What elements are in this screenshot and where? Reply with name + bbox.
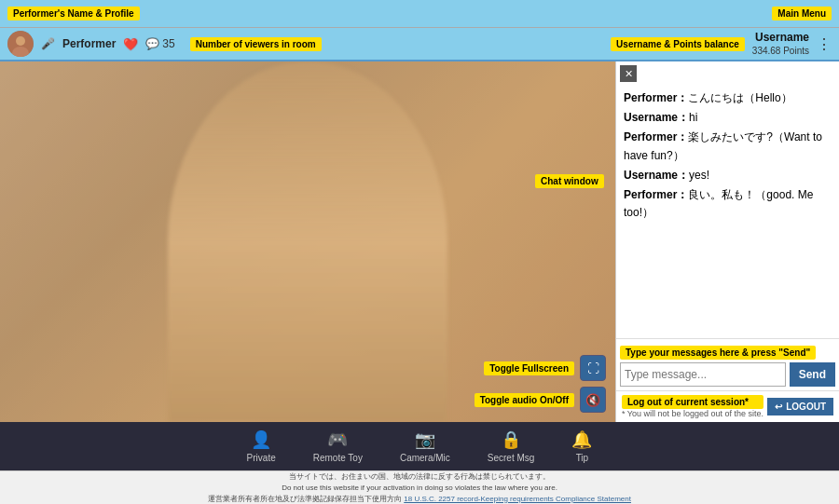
- input-row: Send: [620, 362, 835, 387]
- person-silhouette: [168, 61, 447, 422]
- nav-item-private[interactable]: 👤 Private: [228, 424, 295, 469]
- nav-item-camera-mic[interactable]: 📷 Camera/Mic: [381, 424, 469, 469]
- chat-input-area: Type your messages here & press "Send" S…: [616, 338, 839, 390]
- footer-line1: 当サイトでは、お住まいの国、地域の法律に反する行為は禁じられています。: [289, 471, 550, 483]
- logout-label: Log out of current session*: [622, 395, 763, 409]
- nav-item-secret msg[interactable]: 🔒 Secret Msg: [469, 424, 554, 469]
- send-button[interactable]: Send: [790, 362, 835, 387]
- fullscreen-button[interactable]: ⛶: [580, 355, 606, 381]
- logout-area: Log out of current session* * You will n…: [616, 390, 839, 422]
- heart-icon: ❤️: [123, 37, 138, 51]
- options-menu-icon[interactable]: ⋮: [817, 35, 832, 53]
- second-bar: 🎤 Performer ❤️ 💬 35 Number of viewers in…: [0, 28, 839, 61]
- svg-point-1: [16, 36, 25, 46]
- nav-label-3: Secret Msg: [488, 453, 535, 463]
- footer-line2: Do not use this website if your activati…: [282, 483, 557, 494]
- nav-icon-3: 🔒: [501, 429, 521, 450]
- nav-item-tip[interactable]: 🔔 Tip: [553, 424, 611, 469]
- viewers-label: Number of viewers in room: [190, 37, 322, 51]
- chat-message: Performer：楽しみたいです?（Want to have fun?）: [624, 129, 832, 164]
- performer-profile-label[interactable]: Performer's Name & Profile: [7, 7, 140, 20]
- nav-label-2: Camera/Mic: [400, 453, 450, 463]
- chat-message: Username：hi: [624, 109, 832, 127]
- chat-panel: ✕ Performer：こんにちは（Hello）Username：hiPerfo…: [615, 61, 839, 422]
- fullscreen-label: Toggle Fullscreen: [484, 361, 574, 375]
- fullscreen-row: Toggle Fullscreen ⛶: [484, 355, 606, 381]
- video-controls: Toggle Fullscreen ⛶ Toggle audio On/Off …: [475, 355, 606, 413]
- mic-icon: 🎤: [41, 37, 55, 50]
- nav-label-4: Tip: [576, 453, 589, 463]
- nav-label-0: Private: [247, 453, 276, 463]
- nav-icon-4: 🔔: [571, 429, 592, 450]
- logout-icon: ↩: [775, 402, 782, 412]
- username-points-label: Username & Points balance: [611, 37, 745, 51]
- nav-item-remote toy[interactable]: 🎮 Remote Toy: [295, 424, 381, 469]
- viewers-badge: 💬 35: [145, 37, 174, 50]
- logout-info: Log out of current session* * You will n…: [622, 395, 763, 418]
- chat-message: Performer：こんにちは（Hello）: [624, 89, 832, 107]
- chat-bubble-icon: 💬: [145, 37, 159, 50]
- chat-window-label: Chat window: [535, 174, 604, 188]
- message-input[interactable]: [620, 362, 786, 387]
- footer: 当サイトでは、お住まいの国、地域の法律に反する行為は禁じられています。 Do n…: [0, 470, 839, 504]
- viewers-count: 35: [162, 37, 174, 50]
- video-area: Toggle Fullscreen ⛶ Toggle audio On/Off …: [0, 61, 615, 422]
- logout-button[interactable]: ↩ LOGOUT: [767, 398, 833, 415]
- username: Username: [752, 31, 809, 46]
- nav-label-1: Remote Toy: [313, 453, 363, 463]
- points-balance: 334.68 Points: [752, 45, 809, 57]
- nav-icon-0: 👤: [251, 429, 271, 450]
- chat-message: Username：yes!: [624, 167, 832, 184]
- top-bar: Performer's Name & Profile Main Menu: [0, 0, 839, 28]
- performer-name[interactable]: Performer: [62, 37, 116, 50]
- avatar[interactable]: [7, 31, 34, 57]
- bottom-nav: 👤 Private 🎮 Remote Toy 📷 Camera/Mic 🔒 Se…: [0, 422, 839, 470]
- audio-toggle-button[interactable]: 🔇: [580, 387, 606, 413]
- logout-button-label: LOGOUT: [786, 402, 826, 412]
- main-content: Toggle Fullscreen ⛶ Toggle audio On/Off …: [0, 61, 839, 422]
- top-bar-left: Performer's Name & Profile: [7, 7, 140, 20]
- compliance-link[interactable]: 18 U.S.C. 2257 record-Keeping requiremen…: [404, 495, 631, 503]
- logout-sub: * You will not be logged out of the site…: [622, 409, 763, 418]
- type-msg-label: Type your messages here & press "Send": [620, 346, 816, 360]
- chat-message: Performer：良い。私も！（good. Me too!）: [624, 186, 832, 222]
- nav-icon-1: 🎮: [327, 429, 348, 450]
- username-display: Username 334.68 Points: [752, 31, 809, 58]
- chat-messages: Performer：こんにちは（Hello）Username：hiPerform…: [616, 86, 839, 338]
- nav-icon-2: 📷: [415, 429, 435, 450]
- audio-label: Toggle audio On/Off: [475, 393, 574, 407]
- chat-header: ✕: [616, 61, 839, 86]
- chat-close-button[interactable]: ✕: [620, 65, 637, 82]
- audio-row: Toggle audio On/Off 🔇: [475, 387, 606, 413]
- footer-line3: 運営業者所有者所在地及び法準拠記録保存担当下使用方向 18 U.S.C. 225…: [208, 494, 631, 505]
- main-menu-label[interactable]: Main Menu: [772, 7, 832, 20]
